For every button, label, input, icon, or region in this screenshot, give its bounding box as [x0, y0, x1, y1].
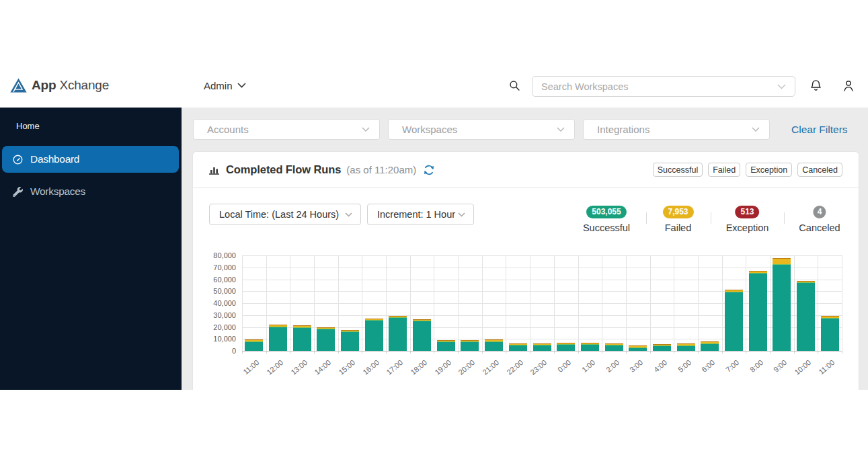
gridline-v [506, 255, 506, 351]
bar-failed [293, 325, 311, 327]
x-axis-label: 5:00 [676, 358, 693, 374]
sidebar-item-dashboard[interactable]: Dashboard [2, 146, 179, 173]
sidebar-item-workspaces[interactable]: Workspaces [2, 178, 179, 205]
gridline-v [482, 255, 483, 351]
y-axis-label: 80,000 [200, 251, 236, 259]
bar-failed [509, 343, 527, 345]
x-axis-label: 3:00 [628, 358, 644, 374]
sidebar-item-home[interactable]: Home [16, 121, 40, 131]
gridline-v [530, 255, 530, 351]
gridline-v [626, 255, 627, 351]
increment-label: Increment: 1 Hour [377, 209, 458, 220]
dropdown-chevron-icon [362, 127, 370, 132]
bar-failed [461, 340, 479, 341]
bar-successful [581, 344, 599, 351]
app-window: App Xchange Admin Search Workspaces [0, 67, 868, 390]
x-axis-line [242, 351, 842, 351]
bar-successful [293, 327, 311, 351]
magnifier-glyph [509, 80, 520, 91]
x-axis-label: 10:00 [793, 358, 812, 376]
toggle-exception-button[interactable]: Exception [746, 163, 792, 177]
x-axis-tick [698, 351, 699, 354]
bar-successful [701, 343, 719, 351]
bar-successful [389, 317, 407, 351]
toggle-successful-button[interactable]: Successful [653, 163, 703, 177]
bar-failed [317, 327, 335, 329]
x-axis-tick [314, 351, 315, 354]
clear-filters-link[interactable]: Clear Filters [791, 119, 848, 140]
gridline-v [266, 255, 267, 351]
gridline-v [434, 255, 434, 351]
gridline-v [410, 255, 411, 351]
app-logo[interactable]: App Xchange [10, 67, 109, 104]
x-axis-tick [290, 351, 290, 354]
logo-text: App Xchange [32, 78, 109, 93]
gridline-v [578, 255, 579, 351]
gridline-v [242, 255, 243, 351]
x-axis-label: 0:00 [556, 358, 572, 374]
x-axis-tick [674, 351, 674, 354]
filter-dropdown-accounts[interactable]: Accounts [193, 119, 380, 140]
filter-placeholder: Integrations [597, 124, 752, 135]
bar-failed [485, 339, 503, 341]
bar-successful [485, 341, 503, 351]
completed-flow-runs-card: Completed Flow Runs (as of 11:20am) Succ… [193, 152, 859, 390]
stat-label: Canceled [799, 222, 840, 233]
x-axis-label: 22:00 [505, 358, 524, 376]
select-chevron-icon [345, 212, 352, 217]
dropdown-chevron-icon [752, 127, 760, 132]
top-navbar: App Xchange Admin Search Workspaces [0, 67, 868, 108]
y-axis-label: 50,000 [200, 287, 236, 295]
wrench-glyph [13, 187, 23, 197]
filter-placeholder: Workspaces [402, 124, 557, 135]
x-axis-label: 2:00 [604, 358, 621, 374]
gridline-h [242, 315, 842, 316]
x-axis-label: 18:00 [409, 358, 429, 376]
bar-failed [557, 343, 575, 344]
workspace-search-combobox[interactable]: Search Workspaces [532, 76, 795, 97]
filter-dropdown-integrations[interactable]: Integrations [583, 119, 770, 140]
x-axis-tick [242, 351, 243, 354]
filter-dropdown-workspaces[interactable]: Workspaces [388, 119, 575, 140]
gridline-v [314, 255, 315, 351]
search-icon[interactable] [509, 67, 520, 104]
wrench-icon [13, 187, 24, 197]
gridline-v [674, 255, 674, 351]
x-axis-label: 1:00 [580, 358, 596, 374]
x-axis-label: 15:00 [337, 358, 356, 376]
user-menu-button[interactable] [842, 67, 855, 104]
bar-failed [749, 271, 767, 272]
admin-menu[interactable]: Admin [204, 67, 246, 104]
time-range-select[interactable]: Local Time: (Last 24 Hours) [209, 204, 361, 225]
toggle-canceled-button[interactable]: Canceled [797, 163, 842, 177]
x-axis-tick [722, 351, 723, 354]
stat-label: Exception [726, 222, 769, 233]
increment-select[interactable]: Increment: 1 Hour [367, 204, 474, 225]
card-asof-text: (as of 11:20am) [346, 164, 416, 175]
stat-value-badge: 513 [735, 206, 759, 218]
gridline-v [386, 255, 387, 351]
bar-successful [677, 345, 695, 351]
gridline-h [242, 255, 842, 256]
x-axis-tick [410, 351, 411, 354]
x-axis-tick [650, 351, 651, 354]
bar-failed [365, 319, 383, 320]
admin-menu-label: Admin [204, 80, 233, 91]
bar-failed [797, 281, 815, 282]
gridline-v [698, 255, 699, 351]
gridline-v [794, 255, 795, 351]
gridline-v [722, 255, 723, 351]
toggle-failed-button[interactable]: Failed [708, 163, 740, 177]
notifications-button[interactable] [810, 67, 822, 104]
gridline-h [242, 280, 842, 280]
x-axis-tick [578, 351, 579, 354]
bar-successful [437, 341, 455, 351]
gridline-v [602, 255, 602, 351]
refresh-button[interactable] [423, 164, 435, 176]
bar-successful [725, 292, 743, 351]
stat-value-badge: 503,055 [586, 206, 626, 218]
x-axis-tick [482, 351, 483, 354]
x-axis-tick [626, 351, 627, 354]
gridline-v [746, 255, 746, 351]
bar-successful [317, 329, 335, 351]
